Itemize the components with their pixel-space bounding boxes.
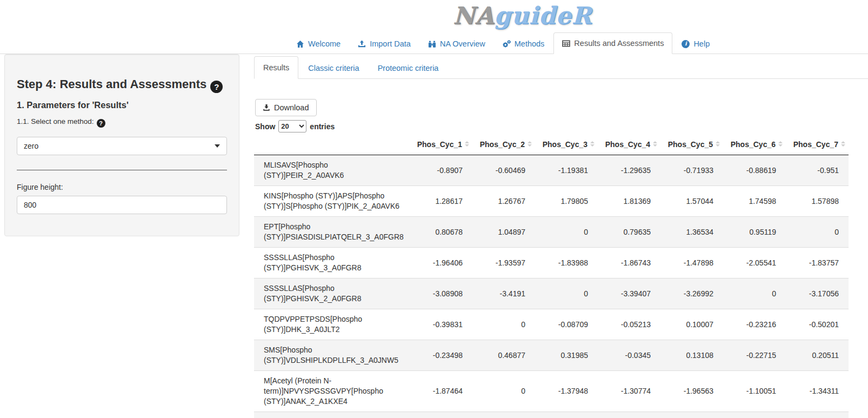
column-header[interactable]: Phos_Cyc_3 [535,134,598,155]
value-cell: -1.87464 [410,371,472,412]
value-cell: -2.05541 [723,248,786,278]
row-name-cell: M[Acetyl (Protein N-term)]NPVYSPGSSGVPY[… [254,371,410,412]
results-table-container: Phos_Cyc_1Phos_Cyc_2Phos_Cyc_3Phos_Cyc_4… [254,134,849,418]
tab-classic-criteria[interactable]: Classic criteria [299,57,369,78]
value-cell: -1.30774 [598,371,660,412]
value-cell: -0.0345 [598,340,660,371]
results-tabset: Results Classic criteria Proteomic crite… [254,56,868,79]
nav-item-import-data[interactable]: Import Data [349,34,419,54]
value-cell: -1.83988 [535,248,598,278]
value-cell: -0.50201 [786,309,849,340]
step-title: Step 4: Results and Assessments? [17,77,227,93]
results-table: Phos_Cyc_1Phos_Cyc_2Phos_Cyc_3Phos_Cyc_4… [254,134,849,418]
table-row [254,412,849,418]
top-nav: Welcome Import Data NA Overview Methods [0,32,868,54]
app-logo: NAguideR [453,1,592,30]
sort-icon [716,141,720,147]
value-cell: 0.10007 [660,309,723,340]
value-cell: -3.4191 [472,278,535,309]
value-cell: 1.26767 [472,186,535,217]
column-header[interactable]: Phos_Cyc_2 [472,134,535,155]
info-circle-icon: i [682,40,690,48]
table-row: TQDPVPPETPSDS[Phospho (STY)]DHK_3_A0JLT2… [254,309,849,340]
row-name-header [254,134,410,155]
value-cell: -1.96563 [660,371,723,412]
value-cell: -0.08709 [535,309,598,340]
sort-icon [590,141,595,147]
nav-item-help[interactable]: i Help [673,34,718,54]
value-cell: -1.86743 [598,248,660,278]
sort-icon [465,141,469,147]
value-cell: 0 [535,278,598,309]
value-cell: -1.83757 [786,248,849,278]
value-cell: -1.34311 [786,371,849,412]
help-icon[interactable]: ? [97,119,105,128]
method-select[interactable]: zero [17,137,227,155]
logo-part-na: NA [453,2,494,29]
table-row: KINS[Phospho (STY)]APS[Phospho (STY)]S[P… [254,186,849,217]
value-cell: -1.96406 [410,248,472,278]
table-row: SSSSLLAS[Phospho (STY)]PGHISVK_2_A0FGR8-… [254,278,849,309]
value-cell: 1.57044 [660,186,723,217]
value-cell: -3.39407 [598,278,660,309]
value-cell: -3.08908 [410,278,472,309]
value-cell: 1.81369 [598,186,660,217]
entries-select[interactable]: 20 [278,120,306,132]
sort-icon [653,141,657,147]
sort-icon [841,141,845,147]
row-name-cell: TQDPVPPETPSDS[Phospho (STY)]DHK_3_A0JLT2 [254,309,410,340]
value-cell: 0.80678 [410,217,472,248]
value-cell: 1.57898 [786,186,849,217]
row-name-cell: MLISAVS[Phospho (STY)]PEIR_2_A0AVK6 [254,155,410,186]
divider [17,170,227,170]
value-cell: 0.46877 [472,340,535,371]
value-cell: 0.13108 [660,340,723,371]
row-name-cell: SMS[Phospho (STY)]VDLSHIPLKDPLLFK_3_A0JN… [254,340,410,371]
help-icon[interactable]: ? [210,81,223,93]
column-header[interactable]: Phos_Cyc_6 [723,134,786,155]
download-button[interactable]: Download [255,99,317,116]
upload-icon [358,40,366,48]
value-cell: -0.88619 [723,155,786,186]
tab-proteomic-criteria[interactable]: Proteomic criteria [369,57,449,78]
show-label: Show [255,122,275,131]
column-header[interactable]: Phos_Cyc_5 [660,134,723,155]
nav-item-welcome[interactable]: Welcome [288,34,349,54]
table-icon [562,39,570,48]
table-row: M[Acetyl (Protein N-term)]NPVYSPGSSGVPY[… [254,371,849,412]
value-cell: -0.951 [786,155,849,186]
value-cell: 0.95119 [723,217,786,248]
value-cell: -0.23498 [410,340,472,371]
row-name-cell: SSSSLLAS[Phospho (STY)]PGHISVK_3_A0FGR8 [254,248,410,278]
nav-item-results-and-assessments[interactable]: Results and Assessments [553,32,673,54]
column-header[interactable]: Phos_Cyc_1 [410,134,472,155]
value-cell: 0 [535,217,598,248]
table-body: MLISAVS[Phospho (STY)]PEIR_2_A0AVK6-0.89… [254,155,849,418]
value-cell: 0 [723,278,786,309]
row-name-cell: KINS[Phospho (STY)]APS[Phospho (STY)]S[P… [254,186,410,217]
row-name-cell: SSSSLLAS[Phospho (STY)]PGHISVK_2_A0FGR8 [254,278,410,309]
figure-height-input[interactable] [17,196,227,214]
value-cell: 0 [472,309,535,340]
value-cell: -0.05213 [598,309,660,340]
table-head: Phos_Cyc_1Phos_Cyc_2Phos_Cyc_3Phos_Cyc_4… [254,134,849,155]
column-header[interactable]: Phos_Cyc_7 [786,134,849,155]
caret-down-icon [215,144,220,148]
value-cell: -0.8907 [410,155,472,186]
nav-item-methods[interactable]: Methods [494,34,553,54]
method-label: 1.1. Select one method:? [17,117,227,128]
parameters-subtitle: 1. Parameters for 'Results' [17,100,227,110]
nav-item-na-overview[interactable]: NA Overview [419,34,494,54]
tab-results[interactable]: Results [254,56,299,78]
value-cell: -0.39831 [410,309,472,340]
method-select-value: zero [24,142,38,150]
table-row: SSSSLLAS[Phospho (STY)]PGHISVK_3_A0FGR8-… [254,248,849,278]
value-cell: -1.29635 [598,155,660,186]
binoculars-icon [428,40,436,48]
column-header[interactable]: Phos_Cyc_4 [598,134,660,155]
value-cell: -1.47898 [660,248,723,278]
value-cell: -0.71933 [660,155,723,186]
value-cell: -3.26992 [660,278,723,309]
gears-icon [503,40,511,48]
value-cell: -1.93597 [472,248,535,278]
